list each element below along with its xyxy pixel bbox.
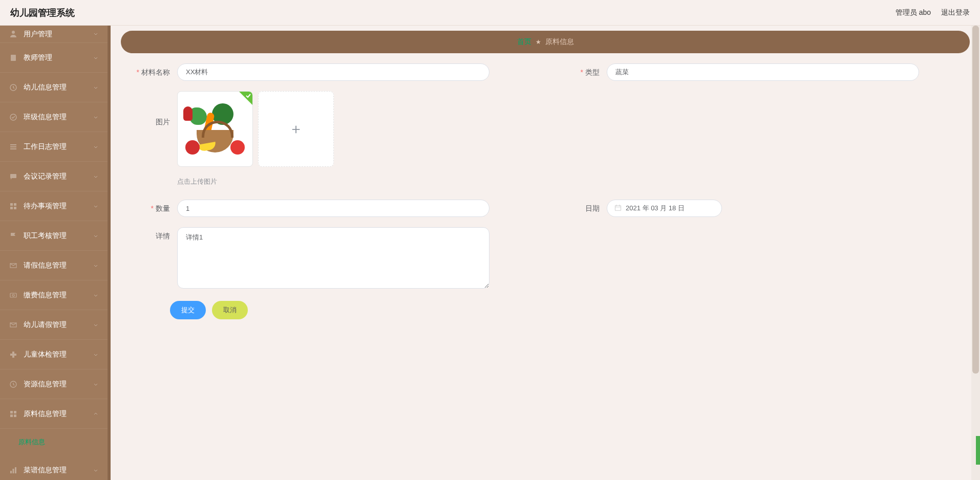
sidebar-item-label: 用户管理: [24, 30, 52, 39]
svg-rect-24: [13, 469, 14, 473]
sidebar-item-label: 待办事项管理: [24, 202, 67, 211]
sidebar-item-assessment[interactable]: 职工考核管理: [0, 221, 108, 251]
flag-icon: [9, 232, 17, 240]
upload-tip: 点击上传图片: [177, 177, 960, 186]
quantity-input[interactable]: [177, 200, 489, 217]
sidebar-item-recipe[interactable]: 菜谱信息管理: [0, 455, 108, 480]
sidebar-item-leave[interactable]: 请假信息管理: [0, 251, 108, 280]
add-image-button[interactable]: ＋: [258, 91, 334, 167]
sidebar-item-payment[interactable]: 缴费信息管理: [0, 280, 108, 310]
vegetable-basket-image: [182, 103, 248, 155]
image-label: 图片: [131, 91, 177, 152]
header: 幼儿园管理系统 管理员 abo 退出登录: [0, 0, 980, 26]
health-icon: [9, 351, 17, 359]
type-input[interactable]: [607, 63, 919, 81]
chevron-down-icon: [93, 380, 98, 388]
quantity-label: *数量: [131, 200, 177, 217]
svg-rect-11: [14, 207, 16, 209]
scrollbar[interactable]: [971, 26, 980, 480]
sidebar-item-worklog[interactable]: 工作日志管理: [0, 132, 108, 162]
svg-rect-6: [10, 148, 16, 149]
sidebar-item-label: 儿童体检管理: [24, 350, 67, 359]
grid-icon: [9, 410, 17, 418]
sidebar-item-class-info[interactable]: 班级信息管理: [0, 102, 108, 132]
check-icon: [239, 92, 252, 105]
doc-icon: [9, 54, 17, 62]
calendar-icon: [614, 204, 622, 213]
badge-icon: [9, 83, 17, 92]
sidebar-item-child-leave[interactable]: 幼儿请假管理: [0, 310, 108, 340]
detail-textarea[interactable]: [177, 227, 489, 289]
chevron-down-icon: [93, 172, 98, 181]
sidebar-item-resource[interactable]: 资源信息管理: [0, 369, 108, 399]
svg-rect-21: [10, 414, 13, 417]
sidebar-item-health[interactable]: 儿童体检管理: [0, 340, 108, 369]
logout-link[interactable]: 退出登录: [941, 8, 970, 17]
chevron-down-icon: [93, 30, 98, 38]
svg-rect-23: [10, 471, 12, 473]
svg-rect-5: [10, 146, 16, 147]
svg-rect-17: [12, 352, 14, 358]
chart-icon: [9, 466, 17, 474]
svg-rect-4: [10, 144, 16, 145]
sidebar-subitem-material-info[interactable]: 原料信息: [0, 429, 108, 455]
sidebar-item-label: 请假信息管理: [24, 261, 67, 270]
list-icon: [9, 143, 17, 151]
chat-icon: [9, 172, 17, 181]
mail-icon: [9, 261, 17, 270]
material-name-input[interactable]: [177, 63, 489, 81]
sidebar-item-label: 职工考核管理: [24, 231, 67, 241]
svg-rect-7: [10, 174, 16, 178]
sidebar-subitem-label: 原料信息: [18, 438, 45, 447]
sidebar-item-label: 资源信息管理: [24, 380, 67, 389]
svg-rect-9: [14, 203, 16, 206]
svg-point-14: [12, 294, 14, 296]
submit-button[interactable]: 提交: [170, 301, 206, 319]
chevron-down-icon: [93, 291, 98, 299]
svg-rect-25: [15, 467, 16, 473]
sidebar-item-label: 工作日志管理: [24, 142, 67, 151]
chevron-down-icon: [93, 83, 98, 92]
sidebar-item-label: 幼儿信息管理: [24, 83, 67, 92]
material-name-label: *材料名称: [131, 63, 177, 81]
sidebar-item-label: 缴费信息管理: [24, 291, 67, 300]
sidebar-item-label: 教师管理: [24, 53, 52, 62]
sidebar: 用户管理 教师管理 幼儿信息管理 班级信息管理 工作日志管理 会议记录管理 待办…: [0, 26, 108, 480]
sidebar-item-label: 原料信息管理: [24, 409, 67, 419]
sidebar-item-meeting[interactable]: 会议记录管理: [0, 162, 108, 191]
breadcrumb-home[interactable]: 首页: [517, 37, 531, 47]
grid-icon: [9, 202, 17, 210]
sidebar-item-label: 菜谱信息管理: [24, 466, 67, 475]
sidebar-item-label: 班级信息管理: [24, 113, 67, 122]
breadcrumb-sep-icon: ★: [536, 38, 541, 46]
breadcrumb: 首页 ★ 原料信息: [121, 31, 970, 53]
sidebar-item-material[interactable]: 原料信息管理: [0, 399, 108, 429]
breadcrumb-current: 原料信息: [545, 37, 574, 47]
cancel-button[interactable]: 取消: [212, 301, 248, 319]
sidebar-item-todo[interactable]: 待办事项管理: [0, 191, 108, 221]
chevron-up-icon: [93, 410, 98, 418]
chevron-down-icon: [93, 143, 98, 151]
date-value: 2021 年 03 月 18 日: [626, 204, 685, 213]
chevron-down-icon: [93, 232, 98, 240]
page-marker: [976, 436, 980, 465]
chevron-down-icon: [93, 351, 98, 359]
user-icon: [9, 30, 17, 38]
sidebar-item-label: 会议记录管理: [24, 172, 67, 181]
date-label: 日期: [561, 200, 607, 217]
material-form: *材料名称 *类型 图片: [121, 63, 970, 319]
svg-point-0: [12, 31, 15, 34]
admin-user-link[interactable]: 管理员 abo: [896, 8, 931, 17]
svg-rect-8: [10, 203, 13, 206]
svg-rect-22: [14, 414, 16, 417]
sidebar-item-user-management[interactable]: 用户管理: [0, 26, 108, 43]
scrollbar-thumb[interactable]: [972, 26, 979, 374]
main-content: 首页 ★ 原料信息 *材料名称 *类型 图片: [111, 26, 980, 480]
sidebar-item-child-info[interactable]: 幼儿信息管理: [0, 73, 108, 102]
svg-rect-13: [10, 293, 16, 297]
uploaded-image-thumbnail[interactable]: [177, 91, 253, 167]
date-picker[interactable]: 2021 年 03 月 18 日: [607, 200, 722, 217]
svg-rect-10: [10, 207, 13, 209]
svg-rect-26: [615, 205, 621, 210]
sidebar-item-teacher-management[interactable]: 教师管理: [0, 43, 108, 73]
